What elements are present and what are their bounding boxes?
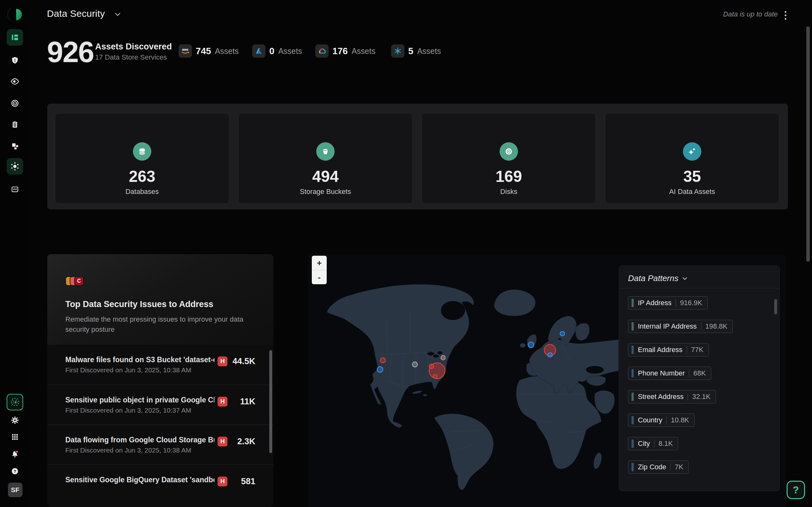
- data-pattern-chip[interactable]: Phone Number 68K: [628, 367, 711, 380]
- target-icon: [10, 99, 19, 108]
- eye-icon: [10, 77, 19, 86]
- svg-text:aws: aws: [182, 48, 189, 51]
- zoom-out-button[interactable]: -: [312, 270, 327, 284]
- issues-scrollbar[interactable]: [269, 350, 272, 453]
- severity-stack-icon: C: [65, 276, 86, 287]
- asset-cards-section: 263 Databases 494 Storage Buckets 169 Di…: [47, 104, 788, 210]
- issue-title: Sensitive public object in private Googl…: [65, 396, 214, 404]
- pattern-count: 68K: [693, 369, 706, 377]
- map-bubble-gray[interactable]: [412, 362, 417, 367]
- sidebar-item-issues[interactable]: [7, 52, 23, 68]
- assets-total-title: Assets Discovered: [95, 42, 172, 52]
- sidebar-item-integrations[interactable]: [7, 138, 23, 154]
- sidebar-item-notifications[interactable]: [7, 446, 23, 462]
- page-title[interactable]: Data Security: [47, 8, 105, 19]
- issue-title: Sensitive Google BigQuery Dataset 'sandb…: [65, 475, 214, 484]
- svg-text:?: ?: [14, 469, 16, 474]
- card-databases[interactable]: 263 Databases: [55, 113, 229, 204]
- azure-icon: [252, 44, 265, 58]
- provider-stat-snowflake: 5 Assets: [391, 44, 441, 58]
- data-patterns-list: IP Address 916.9K Internal IP Address 19…: [628, 296, 733, 484]
- data-patterns-dropdown[interactable]: Data Patterns: [628, 274, 687, 283]
- sidebar-item-help[interactable]: ?: [7, 463, 23, 480]
- sidebar-item-data-security[interactable]: [7, 158, 23, 175]
- provider-unit: Assets: [215, 47, 239, 56]
- issue-row[interactable]: Sensitive public object in private Googl…: [47, 385, 273, 425]
- data-pattern-chip[interactable]: City 8.1K: [628, 437, 678, 450]
- pattern-label: Country: [638, 416, 662, 424]
- data-pattern-chip[interactable]: Street Address 32.1K: [628, 390, 716, 403]
- pattern-label: Internal IP Address: [638, 322, 697, 331]
- map-bubble-red[interactable]: [380, 358, 386, 363]
- pattern-label: City: [638, 440, 650, 448]
- user-avatar[interactable]: SF: [8, 483, 22, 497]
- card-label: Storage Buckets: [239, 187, 412, 196]
- card-disks[interactable]: 169 Disks: [421, 113, 596, 204]
- data-pattern-chip[interactable]: Country 10.8K: [628, 413, 695, 427]
- data-freshness-status: Data is up to date: [723, 10, 778, 18]
- notification-dot: [15, 451, 18, 453]
- card-value: 35: [605, 167, 779, 186]
- map-bubble-blue[interactable]: [528, 342, 534, 348]
- top-issues-header: C Top Data Security Issues to Address Re…: [47, 254, 273, 345]
- card-ai-data-assets[interactable]: 35 AI Data Assets: [605, 113, 779, 204]
- pattern-label: Phone Number: [638, 369, 685, 377]
- map-bubble-blue[interactable]: [548, 353, 552, 357]
- database-icon: [133, 142, 151, 161]
- pattern-label: Email Address: [638, 346, 682, 354]
- hive-icon: [10, 162, 19, 171]
- issue-row[interactable]: Data flowing from Google Cloud Storage B…: [47, 425, 273, 464]
- help-button[interactable]: ?: [786, 481, 805, 499]
- chevron-down-icon: [682, 277, 687, 280]
- sidebar-item-settings[interactable]: [7, 412, 23, 429]
- bucket-icon: [316, 142, 335, 161]
- google-cloud-icon: [315, 44, 328, 58]
- sidebar-item-dashboard[interactable]: [7, 29, 23, 46]
- assets-total-subtitle: 17 Data Store Services: [95, 53, 167, 61]
- severity-badge: H: [217, 437, 227, 447]
- data-pattern-chip[interactable]: IP Address 916.9K: [628, 296, 708, 309]
- chevron-down-icon[interactable]: [115, 12, 120, 18]
- snowflake-icon: [391, 44, 404, 58]
- data-pattern-chip[interactable]: Internal IP Address 198.8K: [628, 320, 733, 333]
- blocks-icon: [11, 142, 19, 150]
- sidebar-item-detections[interactable]: [7, 95, 23, 112]
- kebab-menu-icon[interactable]: [781, 9, 790, 21]
- sidebar-item-apps[interactable]: [7, 429, 23, 445]
- sidebar-item-ai-assistant[interactable]: [7, 394, 23, 410]
- app-logo[interactable]: [8, 6, 23, 25]
- pattern-count: 8.1K: [658, 440, 673, 448]
- data-patterns-scrollbar[interactable]: [774, 299, 777, 314]
- provider-stat-aws: aws 745 Assets: [179, 44, 239, 58]
- map-bubble-blue[interactable]: [377, 367, 383, 372]
- clipboard-list-icon: [11, 120, 19, 129]
- sidebar: ? SF: [0, 0, 30, 507]
- provider-unit: Assets: [278, 47, 302, 56]
- map-bubble-blue[interactable]: [560, 331, 565, 336]
- provider-stat-azure: 0 Assets: [252, 44, 302, 58]
- sidebar-item-policies[interactable]: [7, 116, 23, 133]
- page-scrollbar[interactable]: [806, 26, 810, 262]
- issue-count: 2.3K: [232, 437, 255, 447]
- disk-icon: [500, 142, 518, 161]
- data-pattern-chip[interactable]: Email Address 77K: [628, 343, 709, 356]
- top-issues-panel: C Top Data Security Issues to Address Re…: [47, 254, 273, 507]
- zoom-in-button[interactable]: +: [312, 256, 327, 270]
- issue-row[interactable]: Malware files found on S3 Bucket 'datase…: [47, 345, 273, 385]
- card-label: Disks: [422, 187, 596, 196]
- pattern-label: IP Address: [638, 299, 671, 307]
- issue-discovered: First Discovered on Jun 3, 2025, 10:38 A…: [65, 447, 191, 454]
- data-pattern-chip[interactable]: Zip Code 7K: [628, 460, 689, 474]
- shield-alert-icon: [11, 56, 19, 64]
- sidebar-item-inventory[interactable]: [7, 181, 23, 198]
- pattern-count: 916.9K: [680, 299, 702, 307]
- map-bubble-muted[interactable]: [441, 355, 445, 360]
- card-value: 169: [422, 167, 596, 186]
- sidebar-item-visibility[interactable]: [7, 73, 23, 90]
- issue-row[interactable]: Sensitive Google BigQuery Dataset 'sandb…: [47, 464, 273, 504]
- issue-count: 11K: [232, 397, 255, 406]
- map-bubble-red[interactable]: [433, 375, 437, 378]
- card-storage-buckets[interactable]: 494 Storage Buckets: [238, 113, 413, 204]
- map-bubble-red[interactable]: [429, 364, 434, 369]
- pattern-count: 7K: [675, 463, 683, 471]
